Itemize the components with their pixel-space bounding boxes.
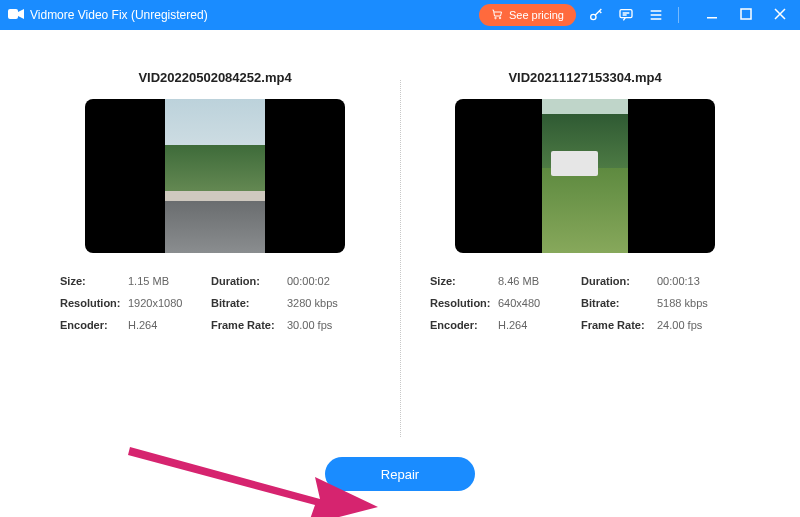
meta-size-value: 8.46 MB: [498, 275, 581, 287]
meta-duration-value: 00:00:13: [657, 275, 740, 287]
meta-size-label: Size:: [430, 275, 498, 287]
svg-rect-4: [620, 10, 632, 18]
meta-duration-label: Duration:: [581, 275, 657, 287]
window-minimize-button[interactable]: [700, 7, 724, 24]
source-filename: VID20220502084252.mp4: [138, 70, 291, 85]
repair-button[interactable]: Repair: [325, 457, 475, 491]
svg-rect-6: [741, 9, 751, 19]
meta-bitrate-label: Bitrate:: [581, 297, 657, 309]
meta-framerate-label: Frame Rate:: [211, 319, 287, 331]
see-pricing-button[interactable]: See pricing: [479, 4, 576, 26]
source-thumbnail-image: [165, 99, 265, 253]
title-separator: [678, 7, 688, 23]
meta-bitrate-label: Bitrate:: [211, 297, 287, 309]
svg-point-1: [495, 17, 497, 19]
meta-framerate-label: Frame Rate:: [581, 319, 657, 331]
footer: Repair: [0, 457, 800, 517]
meta-encoder-value: H.264: [498, 319, 581, 331]
meta-framerate-value: 30.00 fps: [287, 319, 370, 331]
meta-resolution-label: Resolution:: [60, 297, 128, 309]
meta-bitrate-value: 5188 kbps: [657, 297, 740, 309]
meta-size-value: 1.15 MB: [128, 275, 211, 287]
svg-point-2: [499, 17, 501, 19]
meta-bitrate-value: 3280 kbps: [287, 297, 370, 309]
meta-framerate-value: 24.00 fps: [657, 319, 740, 331]
menu-button[interactable]: [646, 5, 666, 25]
content-area: VID20220502084252.mp4 Size: 1.15 MB Dura…: [0, 30, 800, 457]
app-logo-icon: [8, 7, 24, 24]
feedback-button[interactable]: [616, 5, 636, 25]
meta-resolution-label: Resolution:: [430, 297, 498, 309]
source-thumbnail[interactable]: [85, 99, 345, 253]
app-title: Vidmore Video Fix (Unregistered): [30, 8, 208, 22]
source-video-panel: VID20220502084252.mp4 Size: 1.15 MB Dura…: [60, 50, 400, 457]
title-bar: Vidmore Video Fix (Unregistered) See pri…: [0, 0, 800, 30]
window-close-button[interactable]: [768, 7, 792, 23]
meta-encoder-label: Encoder:: [60, 319, 128, 331]
sample-video-panel: VID20211127153304.mp4 Size: 8.46 MB Dura…: [400, 50, 740, 457]
register-key-button[interactable]: [586, 5, 606, 25]
sample-filename: VID20211127153304.mp4: [508, 70, 661, 85]
sample-thumbnail-image: [542, 99, 628, 253]
meta-resolution-value: 640x480: [498, 297, 581, 309]
panel-divider: [400, 80, 401, 437]
meta-duration-value: 00:00:02: [287, 275, 370, 287]
svg-rect-5: [707, 17, 717, 19]
repair-button-label: Repair: [381, 467, 419, 482]
cart-icon: [491, 8, 503, 22]
svg-point-3: [591, 14, 596, 19]
source-metadata: Size: 1.15 MB Duration: 00:00:02 Resolut…: [60, 275, 370, 331]
sample-thumbnail[interactable]: [455, 99, 715, 253]
meta-duration-label: Duration:: [211, 275, 287, 287]
see-pricing-label: See pricing: [509, 9, 564, 21]
sample-metadata: Size: 8.46 MB Duration: 00:00:13 Resolut…: [430, 275, 740, 331]
window-maximize-button[interactable]: [734, 8, 758, 23]
meta-encoder-value: H.264: [128, 319, 211, 331]
meta-resolution-value: 1920x1080: [128, 297, 211, 309]
meta-encoder-label: Encoder:: [430, 319, 498, 331]
meta-size-label: Size:: [60, 275, 128, 287]
svg-rect-0: [8, 9, 18, 19]
